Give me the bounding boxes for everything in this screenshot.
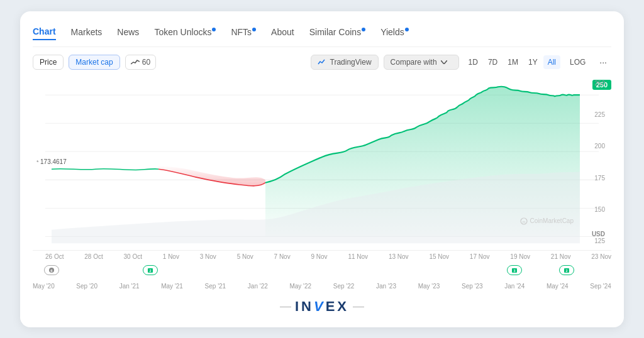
year-label-7: May '22	[289, 283, 311, 290]
x-date-1: 26 Oct	[45, 253, 64, 260]
price-marker-label: * 173.4617	[36, 158, 67, 165]
nav-yields[interactable]: Yields	[380, 25, 409, 40]
x-date-5: 3 Nov	[200, 253, 216, 260]
x-date-11: 15 Nov	[429, 253, 449, 260]
x-date-13: 19 Nov	[510, 253, 530, 260]
price-button[interactable]: Price	[33, 55, 64, 70]
event-icon: 3	[511, 267, 518, 273]
year-label-5: Sep '21	[205, 283, 226, 290]
nav-markets[interactable]: Markets	[71, 25, 103, 40]
cmc-logo-icon: m	[520, 217, 528, 225]
nav-nfts[interactable]: NFTs	[231, 25, 256, 40]
line-label: 60	[142, 58, 150, 67]
chevron-down-icon	[441, 60, 447, 64]
period-1m[interactable]: 1M	[503, 55, 523, 69]
year-label-12: Jan '24	[504, 283, 525, 290]
x-axis-years: May '20 Sep '20 Jan '21 May '21 Sep '21 …	[33, 280, 611, 292]
event-badge-1[interactable]: 6	[44, 265, 59, 275]
footer-divider-left: —	[280, 300, 291, 313]
dot-icon	[405, 28, 409, 31]
logo-v: V	[314, 298, 326, 314]
market-cap-button[interactable]: Market cap	[69, 55, 119, 70]
x-date-4: 1 Nov	[163, 253, 179, 260]
logo: INVEX	[295, 298, 349, 315]
footer: — INVEX —	[33, 292, 611, 315]
tradingview-icon	[318, 58, 326, 67]
x-date-7: 7 Nov	[274, 253, 291, 260]
nav-chart[interactable]: Chart	[33, 24, 56, 40]
x-date-10: 13 Nov	[389, 253, 409, 260]
main-card: Chart Markets News Token Unlocks NFTs Ab…	[20, 11, 624, 327]
svg-text:2: 2	[149, 269, 151, 273]
year-label-6: Jan '22	[248, 283, 268, 290]
year-label-14: Sep '24	[590, 283, 611, 290]
chart-toolbar: Price Market cap 60 TradingView Compare …	[33, 55, 611, 70]
period-all[interactable]: All	[543, 55, 560, 69]
year-label-11: Sep '23	[462, 283, 483, 290]
year-label-13: May '24	[547, 283, 569, 290]
svg-text:m: m	[522, 220, 525, 224]
event-badges-row: 6 2 3 2	[33, 261, 611, 279]
coinmarketcap-watermark: m CoinMarketCap	[520, 217, 574, 225]
y-tick-150: 150	[594, 206, 605, 213]
x-date-12: 17 Nov	[470, 253, 490, 260]
year-label-9: Jan '23	[376, 283, 396, 290]
event-badge-2[interactable]: 2	[143, 265, 158, 275]
x-axis-dates: 26 Oct 28 Oct 30 Oct 1 Nov 3 Nov 5 Nov 7…	[33, 251, 611, 260]
tradingview-button[interactable]: TradingView	[311, 55, 379, 70]
nav-news[interactable]: News	[117, 25, 139, 40]
event-icon: 2	[564, 267, 570, 273]
period-7d[interactable]: 7D	[484, 55, 502, 69]
period-1d[interactable]: 1D	[464, 55, 482, 69]
compare-button[interactable]: Compare with	[384, 55, 459, 70]
compare-label: Compare with	[391, 58, 437, 67]
event-icon: 6	[48, 267, 55, 273]
svg-text:3: 3	[514, 269, 516, 273]
line-icon	[131, 59, 140, 65]
year-label-3: Jan '21	[119, 283, 140, 290]
y-tick-250: 250	[594, 80, 605, 87]
y-tick-125: 125	[594, 237, 605, 244]
dot-icon	[212, 28, 216, 31]
nav-about[interactable]: About	[271, 25, 294, 40]
period-group: 1D 7D 1M 1Y All	[464, 55, 560, 69]
event-badge-4[interactable]: 2	[559, 265, 574, 275]
nav-token-unlocks[interactable]: Token Unlocks	[154, 25, 216, 40]
more-button[interactable]: ···	[595, 55, 611, 70]
footer-divider-right: —	[353, 300, 364, 313]
year-label-8: Sep '22	[333, 283, 355, 290]
x-date-15: 23 Nov	[591, 253, 611, 260]
y-tick-200: 200	[594, 143, 605, 150]
chart-area: * 173.4617 250 250 225 200 175 150 125 m…	[33, 75, 611, 251]
x-date-3: 30 Oct	[124, 253, 142, 260]
x-date-14: 21 Nov	[551, 253, 571, 260]
year-label-2: Sep '20	[76, 283, 97, 290]
usd-label: USD	[592, 231, 605, 237]
y-axis: 250 225 200 175 150 125	[594, 75, 605, 250]
tradingview-label: TradingView	[330, 58, 372, 67]
nav-bar: Chart Markets News Token Unlocks NFTs Ab…	[33, 24, 611, 47]
year-label-10: May '23	[418, 283, 440, 290]
period-1y[interactable]: 1Y	[524, 55, 542, 69]
event-icon: 2	[147, 267, 153, 273]
y-tick-225: 225	[594, 111, 605, 118]
log-button[interactable]: LOG	[565, 55, 590, 69]
year-label-1: May '20	[33, 283, 55, 290]
x-date-8: 9 Nov	[311, 253, 327, 260]
x-date-6: 5 Nov	[237, 253, 253, 260]
x-date-2: 28 Oct	[84, 253, 103, 260]
x-date-9: 11 Nov	[348, 253, 368, 260]
event-badge-3[interactable]: 3	[507, 265, 522, 275]
y-tick-175: 175	[594, 175, 605, 182]
svg-text:2: 2	[566, 269, 568, 273]
dot-icon	[362, 28, 365, 31]
line-chart-button[interactable]: 60	[125, 55, 156, 70]
nav-similar-coins[interactable]: Similar Coins	[309, 25, 365, 40]
dot-icon	[252, 28, 256, 31]
year-label-4: May '21	[161, 283, 183, 290]
